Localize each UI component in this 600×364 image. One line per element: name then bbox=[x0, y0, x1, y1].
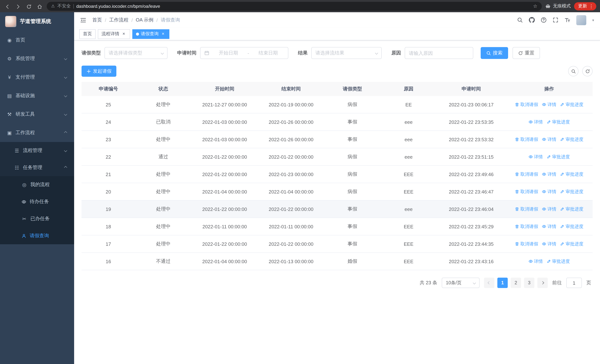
cancel-leave-link[interactable]: 取消请假 bbox=[515, 188, 538, 195]
help-icon[interactable] bbox=[541, 17, 547, 23]
approval-progress-link[interactable]: 审批进度 bbox=[546, 119, 570, 125]
table-row[interactable]: 23 处理中 2022-01-03 00:00:00 2022-01-26 00… bbox=[82, 131, 593, 148]
home-icon[interactable] bbox=[36, 3, 43, 9]
update-button[interactable]: 更新 ⋮ bbox=[574, 2, 596, 10]
approval-progress-link[interactable]: 审批进度 bbox=[560, 101, 583, 108]
table-row[interactable]: 19 处理中 2022-01-22 00:00:00 2022-01-22 00… bbox=[82, 201, 593, 218]
table-row[interactable]: 24 已取消 2022-01-03 00:00:00 2022-01-26 00… bbox=[82, 113, 593, 131]
detail-link[interactable]: 详情 bbox=[528, 258, 543, 264]
reason-input[interactable] bbox=[405, 47, 473, 59]
detail-link[interactable]: 详情 bbox=[542, 101, 556, 108]
hamburger-icon[interactable] bbox=[80, 17, 86, 23]
sidebar-item-process-mgmt[interactable]: ☰流程管理 bbox=[0, 142, 74, 159]
sidebar-item-done-tasks[interactable]: ✂已办任务 bbox=[0, 210, 74, 227]
sidebar-item-todo-tasks[interactable]: 待办任务 bbox=[0, 193, 74, 210]
create-leave-button[interactable]: 发起请假 bbox=[82, 65, 116, 77]
sidebar-item-payment-mgmt[interactable]: ¥支付管理 bbox=[0, 68, 74, 86]
approval-progress-link[interactable]: 审批进度 bbox=[546, 154, 570, 160]
approval-progress-link[interactable]: 审批进度 bbox=[560, 136, 583, 142]
table-row[interactable]: 20 处理中 2022-01-04 00:00:00 2022-01-04 00… bbox=[82, 183, 593, 201]
table-toolbar-right bbox=[568, 66, 593, 76]
sidebar-item-home[interactable]: ◉首页 bbox=[0, 31, 74, 49]
table-row[interactable]: 25 处理中 2021-12-27 00:00:00 2022-01-19 00… bbox=[82, 96, 593, 113]
approval-progress-link[interactable]: 审批进度 bbox=[560, 206, 583, 212]
breadcrumb-item[interactable]: 工作流程 bbox=[109, 17, 128, 23]
close-icon[interactable]: × bbox=[121, 31, 126, 37]
url-text[interactable]: dashboard.yudao.iocoder.cn/bpm/oa/leave bbox=[76, 3, 531, 9]
sidebar-item-my-process[interactable]: ◎我的流程 bbox=[0, 176, 74, 193]
detail-link[interactable]: 详情 bbox=[528, 119, 543, 125]
toggle-search-button[interactable] bbox=[568, 66, 579, 76]
cell-start-time: 2022-01-22 00:00:00 bbox=[191, 235, 258, 252]
menu-dots-icon[interactable]: ⋮ bbox=[589, 3, 594, 9]
detail-link[interactable]: 详情 bbox=[542, 241, 556, 247]
apply-time-range-picker[interactable]: 开始日期 - 结束日期 bbox=[200, 47, 288, 59]
star-icon[interactable]: ☆ bbox=[533, 3, 537, 9]
cell-apply-id: 22 bbox=[82, 148, 135, 165]
github-icon[interactable] bbox=[529, 17, 535, 23]
result-select[interactable]: 请选择流结果 bbox=[311, 47, 382, 59]
next-page-button[interactable] bbox=[537, 278, 548, 288]
breadcrumb-item[interactable]: OA 示例 bbox=[136, 17, 153, 23]
tab-process-detail[interactable]: 流程详情× bbox=[98, 29, 130, 39]
search-icon[interactable] bbox=[517, 17, 523, 23]
chevron-down-icon[interactable]: ▾ bbox=[592, 18, 594, 22]
security-label[interactable]: 不安全 bbox=[57, 3, 71, 9]
approval-progress-link[interactable]: 审批进度 bbox=[560, 171, 583, 177]
search-button[interactable]: 搜索 bbox=[481, 47, 508, 59]
cancel-leave-link[interactable]: 取消请假 bbox=[515, 206, 538, 212]
table-row[interactable]: 18 处理中 2022-01-11 00:00:00 2022-01-11 00… bbox=[82, 218, 593, 235]
address-bar[interactable]: ⚠ 不安全 dashboard.yudao.iocoder.cn/bpm/oa/… bbox=[47, 2, 542, 10]
approval-progress-link[interactable]: 审批进度 bbox=[560, 241, 583, 247]
avatar[interactable] bbox=[576, 15, 586, 25]
refresh-button[interactable] bbox=[582, 66, 593, 76]
tab-leave-query[interactable]: 请假查询× bbox=[132, 29, 169, 39]
table-row[interactable]: 21 处理中 2022-01-22 00:00:00 2022-01-23 00… bbox=[82, 166, 593, 183]
table-row[interactable]: 16 不通过 2022-01-04 00:00:00 2022-01-13 00… bbox=[82, 253, 593, 270]
table-row[interactable]: 22 通过 2022-01-22 00:00:00 2022-01-22 00:… bbox=[82, 148, 593, 166]
tab-home[interactable]: 首页 bbox=[79, 29, 96, 39]
goto-page-input[interactable] bbox=[566, 278, 582, 288]
sidebar-item-system-mgmt[interactable]: ⚙系统管理 bbox=[0, 49, 74, 68]
cancel-leave-link[interactable]: 取消请假 bbox=[515, 223, 538, 230]
prev-page-button[interactable] bbox=[484, 278, 494, 288]
approval-progress-link[interactable]: 审批进度 bbox=[560, 188, 583, 195]
dashboard-icon: ◉ bbox=[7, 37, 12, 43]
sidebar-item-dev-tools[interactable]: ⚒研发工具 bbox=[0, 105, 74, 123]
detail-link[interactable]: 详情 bbox=[528, 154, 543, 160]
page-button-3[interactable]: 3 bbox=[524, 278, 534, 288]
close-icon[interactable]: × bbox=[160, 31, 166, 37]
app-logo-row[interactable]: 芋道管理系统 bbox=[0, 12, 74, 31]
cell-status: 处理中 bbox=[135, 183, 191, 200]
forward-icon[interactable] bbox=[14, 3, 22, 9]
approval-progress-link[interactable]: 审批进度 bbox=[560, 223, 583, 230]
cancel-leave-link[interactable]: 取消请假 bbox=[515, 101, 538, 108]
eye-icon bbox=[528, 120, 533, 124]
detail-link[interactable]: 详情 bbox=[542, 223, 556, 230]
sidebar-item-task-mgmt[interactable]: ☷任务管理 bbox=[0, 159, 74, 176]
detail-link[interactable]: 详情 bbox=[542, 171, 556, 177]
reload-icon[interactable] bbox=[25, 3, 33, 9]
cancel-leave-link[interactable]: 取消请假 bbox=[515, 241, 538, 247]
cancel-leave-link[interactable]: 取消请假 bbox=[515, 136, 538, 142]
approval-progress-link[interactable]: 审批进度 bbox=[546, 258, 570, 264]
table-row[interactable]: 17 处理中 2022-01-22 00:00:00 2022-01-22 00… bbox=[82, 235, 593, 253]
page-size-select[interactable]: 10条/页 bbox=[442, 278, 479, 288]
cancel-leave-link[interactable]: 取消请假 bbox=[515, 171, 538, 177]
yen-icon: ¥ bbox=[7, 74, 12, 80]
font-size-icon[interactable] bbox=[564, 17, 570, 23]
sidebar-item-leave-query[interactable]: 请假查询 bbox=[0, 227, 74, 244]
fullscreen-icon[interactable] bbox=[553, 17, 559, 23]
detail-link[interactable]: 详情 bbox=[542, 206, 556, 212]
reset-button[interactable]: 重置 bbox=[513, 47, 540, 59]
breadcrumb-item[interactable]: 首页 bbox=[92, 17, 102, 23]
sidebar-item-infrastructure[interactable]: ▤基础设施 bbox=[0, 86, 74, 105]
leave-type-select[interactable]: 请选择请假类型 bbox=[104, 47, 168, 59]
cell-leave-type: 事假 bbox=[324, 113, 380, 131]
detail-link[interactable]: 详情 bbox=[542, 188, 556, 195]
page-button-2[interactable]: 2 bbox=[511, 278, 521, 288]
page-button-1[interactable]: 1 bbox=[497, 278, 508, 288]
back-icon[interactable] bbox=[4, 3, 11, 9]
detail-link[interactable]: 详情 bbox=[542, 136, 556, 142]
sidebar-item-workflow[interactable]: ▣工作流程 bbox=[0, 123, 74, 142]
